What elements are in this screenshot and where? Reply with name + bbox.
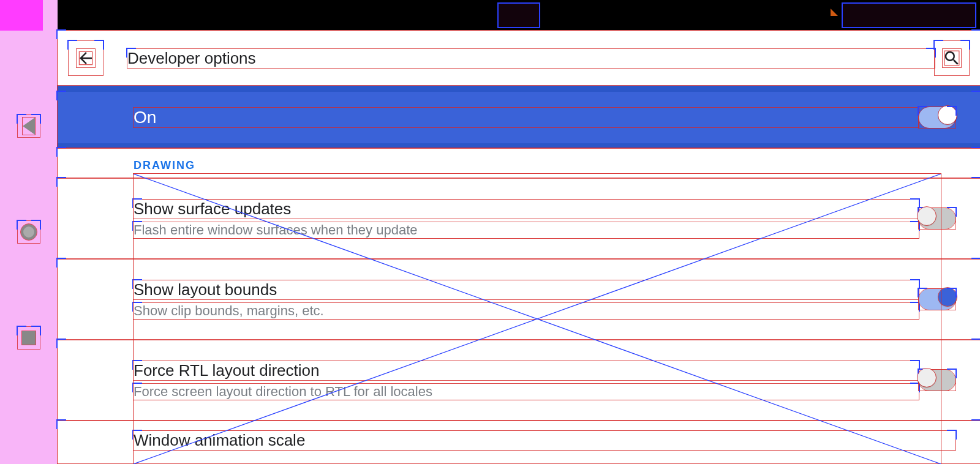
page-title: Developer options xyxy=(127,49,935,68)
status-bar xyxy=(58,0,980,31)
triangle-back-icon xyxy=(23,118,35,135)
android-nav-rail xyxy=(0,0,58,464)
status-right-cluster xyxy=(842,2,976,28)
circle-home-icon xyxy=(21,224,37,240)
search-button[interactable] xyxy=(935,41,969,75)
row-title: Window animation scale xyxy=(134,431,956,450)
row-subtitle: Force screen layout direction to RTL for… xyxy=(134,384,919,400)
nav-back-button[interactable] xyxy=(18,115,40,137)
row-title: Show surface updates xyxy=(134,200,919,219)
section-header-drawing: DRAWING xyxy=(58,148,980,178)
row-show-layout-bounds[interactable]: Show layout bounds Show clip bounds, mar… xyxy=(58,259,980,340)
nav-home-button[interactable] xyxy=(18,221,40,243)
status-indicator-icon xyxy=(831,9,838,16)
square-recent-icon xyxy=(22,331,36,345)
toggle-show-surface-updates[interactable] xyxy=(919,208,956,229)
nav-recent-button[interactable] xyxy=(18,327,40,349)
search-icon xyxy=(943,49,961,67)
arrow-back-icon xyxy=(77,49,95,67)
row-title: Show layout bounds xyxy=(134,280,919,299)
master-toggle-banner[interactable]: On xyxy=(58,86,980,148)
row-window-animation-scale[interactable]: Window animation scale xyxy=(58,421,980,463)
row-subtitle: Show clip bounds, margins, etc. xyxy=(134,303,919,319)
master-toggle-label: On xyxy=(134,108,919,127)
master-toggle-switch[interactable] xyxy=(919,107,956,128)
toggle-show-layout-bounds[interactable] xyxy=(919,289,956,310)
app-bar: Developer options xyxy=(58,31,980,86)
row-show-surface-updates[interactable]: Show surface updates Flash entire window… xyxy=(58,178,980,259)
back-button[interactable] xyxy=(69,41,103,75)
row-force-rtl[interactable]: Force RTL layout direction Force screen … xyxy=(58,340,980,421)
row-title: Force RTL layout direction xyxy=(134,361,919,380)
settings-content: Developer options On DRAWING Show surfac… xyxy=(58,31,980,464)
row-subtitle: Flash entire window surfaces when they u… xyxy=(134,222,919,238)
status-notch-cluster xyxy=(497,2,540,28)
toggle-force-rtl[interactable] xyxy=(919,370,956,391)
